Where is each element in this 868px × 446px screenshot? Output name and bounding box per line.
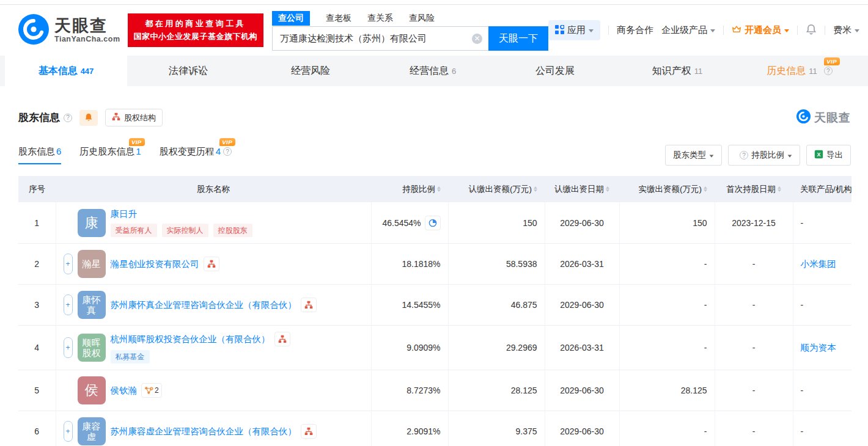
nav-item-开通会员[interactable]: 开通会员 [732, 24, 789, 36]
table-toolbar: 股东类型?持股比例X导出 [665, 145, 851, 166]
ratio-wrap: 46.5454% [379, 216, 441, 230]
shareholder-name-link[interactable]: 杭州顺晖股权投资合伙企业（有限合伙） [111, 334, 270, 345]
search-tabs: 查公司查老板查关系查风险 [272, 10, 548, 26]
search-tab-查风险[interactable]: 查风险 [409, 13, 435, 24]
toolbar-button-导出[interactable]: X导出 [806, 145, 851, 166]
subtab-股东信息[interactable]: 股东信息6 [18, 146, 61, 164]
tag-控股股东: 控股股东 [213, 224, 252, 237]
expand-button[interactable]: + [64, 254, 73, 274]
toolbar-button-持股比例[interactable]: ?持股比例 [728, 145, 800, 166]
tab-法律诉讼[interactable]: 法律诉讼 [127, 56, 249, 86]
cell-ratio: 18.1818% [371, 244, 448, 285]
expand-button[interactable]: + [64, 294, 73, 315]
cell-related: - [793, 411, 851, 446]
cell-first_date: - [715, 370, 793, 411]
promo-banner-line2: 国家中小企业发展子基金旗下机构 [134, 31, 258, 43]
shareholder-name-link[interactable]: 瀚星创业投资有限公司 [111, 258, 199, 270]
search-tab-查关系[interactable]: 查关系 [367, 13, 393, 24]
table-row: 5侯侯钦瀚28.7273%28.1252029-06-3028.125-- [18, 370, 851, 411]
tab-count: 11 [694, 67, 703, 76]
shareholder-name-line: 侯钦瀚2 [111, 383, 162, 398]
equity-structure-button[interactable]: 股权结构 [105, 109, 163, 126]
shareholder-name-line: 康日升 [111, 208, 252, 220]
column-header-label: 持股比例 [402, 184, 435, 195]
help-icon[interactable]: ? [824, 67, 833, 75]
ratio-value: 9.0909% [406, 343, 440, 353]
subscribe-bell-button[interactable] [79, 110, 98, 126]
toolbar-button-股东类型[interactable]: 股东类型 [665, 145, 722, 166]
column-header-label: 认缴出资日期 [554, 184, 604, 195]
cell-num: 2 [18, 244, 56, 285]
tab-公司发展[interactable]: 公司发展 [494, 56, 616, 86]
search-tab-查公司[interactable]: 查公司 [272, 11, 310, 26]
cell-sub_amount: 29.2969 [448, 326, 545, 370]
bell-icon [806, 24, 817, 37]
pie-chart-icon[interactable] [425, 216, 441, 230]
equity-structure-label: 股权结构 [124, 112, 156, 123]
expand-button[interactable]: + [64, 421, 73, 442]
column-header-sub_amount[interactable]: 认缴出资额(万元) [448, 176, 545, 202]
nav-item-企业级产品[interactable]: 企业级产品 [661, 24, 715, 36]
section-title: 股东信息 [18, 111, 60, 125]
brand-domain: TianYanCha.com [54, 35, 120, 43]
ratio-wrap: 14.5455% [379, 300, 441, 310]
help-icon[interactable]: ? [223, 147, 232, 156]
search-tab-查老板[interactable]: 查老板 [326, 13, 351, 24]
related-value: - [801, 300, 804, 310]
column-header-ratio[interactable]: 持股比例 [371, 176, 448, 202]
cell-related: 顺为资本 [793, 326, 851, 370]
equity-chart-icon[interactable] [301, 298, 317, 312]
tab-知识产权[interactable]: 知识产权11 [616, 56, 738, 86]
tab-基本信息[interactable]: 基本信息447 [5, 56, 127, 86]
sort-icon[interactable] [606, 186, 609, 192]
cell-shareholder: 康康日升受益所有人实际控制人控股股东 [56, 202, 371, 244]
sort-icon[interactable] [534, 186, 537, 192]
column-header-num: 序号 [18, 176, 56, 202]
equity-chart-icon[interactable] [274, 332, 290, 346]
equity-chart-icon[interactable] [204, 257, 219, 271]
tab-经营信息[interactable]: 经营信息6 [372, 56, 494, 86]
shareholder-name-link[interactable]: 苏州康容虚企业管理咨询合伙企业（有限合伙） [111, 426, 297, 437]
expand-button[interactable]: + [64, 337, 73, 358]
sort-icon[interactable] [437, 186, 441, 192]
nav-item-应用[interactable]: 应用 [548, 20, 600, 40]
column-header-content: 持股比例 [402, 184, 441, 195]
sort-icon[interactable] [704, 186, 707, 192]
search-button[interactable]: 天眼一下 [488, 26, 548, 51]
nav-item-商务合作[interactable]: 商务合作 [617, 24, 653, 36]
nav-item-费米[interactable]: 费米 [833, 24, 859, 36]
cell-sub_amount: 46.875 [448, 285, 545, 326]
shareholder-name-link[interactable]: 苏州康怀真企业管理咨询合伙企业（有限合伙） [111, 299, 297, 311]
expander-slot: + [64, 421, 73, 442]
shareholder-name-link[interactable]: 康日升 [111, 208, 138, 220]
tab-历史信息[interactable]: 历史信息11VIP? [738, 56, 861, 86]
cell-first_date: - [715, 411, 793, 446]
tab-经营风险[interactable]: 经营风险 [249, 56, 372, 86]
ratio-value: 2.9091% [406, 426, 440, 436]
sort-icon[interactable] [778, 186, 781, 192]
expander-slot: + [64, 254, 73, 274]
brand-name: 天眼查 [54, 17, 120, 35]
column-header-sub_date[interactable]: 认缴出资日期 [545, 176, 619, 202]
nav-item-bell[interactable] [806, 24, 817, 37]
help-icon[interactable]: ? [64, 114, 72, 122]
tianyancha-logo[interactable]: 天眼查 TianYanCha.com [18, 14, 120, 47]
related-link[interactable]: 顺为资本 [801, 343, 836, 353]
avatar: 康怀真 [78, 291, 106, 319]
column-header-paid_amount[interactable]: 实缴出资额(万元) [619, 176, 715, 202]
equity-chart-icon[interactable] [301, 424, 317, 439]
shareholder-table: 序号股东名称持股比例认缴出资额(万元)认缴出资日期实缴出资额(万元)首次持股日期… [18, 176, 851, 446]
clear-icon[interactable]: ✕ [472, 34, 482, 44]
help-icon[interactable]: ? [740, 151, 748, 159]
subtab-股权变更历程[interactable]: 股权变更历程4VIP? [160, 146, 232, 164]
related-link[interactable]: 小米集团 [801, 259, 836, 269]
chevron-down-icon [710, 29, 715, 32]
shareholder-info: 苏州康怀真企业管理咨询合伙企业（有限合伙） [111, 298, 317, 312]
relation-graph-icon[interactable]: 2 [141, 383, 162, 398]
shareholder-wrap: +顺晖股权杭州顺晖股权投资合伙企业（有限合伙）私募基金 [64, 326, 364, 370]
column-header-content: 序号 [29, 184, 45, 195]
search-input[interactable]: 万通康达检测技术（苏州）有限公司 ✕ [272, 26, 488, 51]
column-header-first_date[interactable]: 首次持股日期 [715, 176, 793, 202]
subtab-历史股东信息[interactable]: 历史股东信息1VIP [79, 146, 141, 164]
shareholder-name-link[interactable]: 侯钦瀚 [111, 385, 138, 397]
